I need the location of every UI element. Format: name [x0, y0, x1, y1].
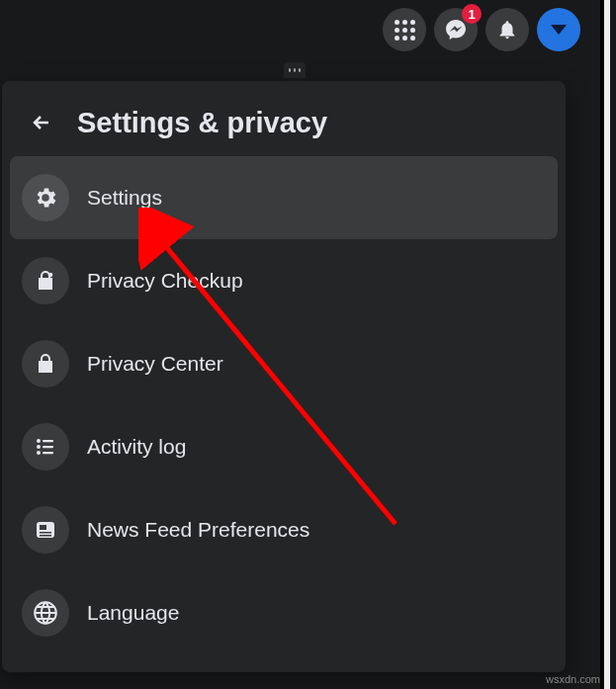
gear-icon — [22, 174, 69, 221]
panel-header: Settings & privacy — [10, 89, 558, 156]
menu-item-privacy-center[interactable]: Privacy Center — [10, 322, 558, 405]
settings-privacy-panel: Settings & privacy Settings Privacy Chec… — [2, 81, 566, 672]
svg-rect-9 — [40, 532, 51, 534]
notifications-button[interactable] — [485, 8, 529, 51]
menu-item-label: Privacy Checkup — [87, 269, 243, 293]
grid-icon — [395, 20, 415, 41]
svg-rect-6 — [43, 452, 53, 454]
svg-point-1 — [37, 439, 41, 443]
caret-down-icon — [551, 25, 567, 35]
news-icon — [22, 506, 69, 554]
menu-button[interactable] — [383, 8, 426, 51]
bell-icon — [496, 19, 518, 41]
svg-point-3 — [37, 445, 41, 449]
menu-item-label: Privacy Center — [87, 352, 223, 376]
svg-rect-2 — [43, 440, 53, 442]
panel-title: Settings & privacy — [77, 107, 327, 139]
menu-item-activity-log[interactable]: Activity log — [10, 405, 558, 488]
messenger-button[interactable]: 1 — [434, 8, 478, 51]
menu-item-news-feed-preferences[interactable]: News Feed Preferences — [10, 488, 558, 571]
back-button[interactable] — [24, 105, 59, 140]
svg-rect-10 — [40, 535, 51, 537]
svg-point-5 — [37, 451, 41, 455]
menu-item-privacy-checkup[interactable]: Privacy Checkup — [10, 239, 558, 322]
svg-rect-4 — [43, 446, 53, 448]
scrollbar[interactable] — [600, 0, 610, 689]
globe-icon — [22, 589, 69, 637]
menu-item-settings[interactable]: Settings — [10, 156, 558, 239]
lock-icon — [22, 340, 69, 388]
arrow-left-icon — [30, 111, 53, 134]
messenger-icon — [444, 18, 468, 42]
watermark-text: wsxdn.com — [546, 673, 600, 685]
top-navbar: 1 — [0, 0, 616, 59]
list-icon — [22, 423, 69, 471]
menu-item-label: Activity log — [87, 435, 186, 459]
lock-heart-icon — [22, 257, 69, 304]
overflow-dots-icon — [284, 62, 306, 78]
svg-rect-8 — [40, 525, 46, 530]
menu-item-label: News Feed Preferences — [87, 518, 309, 542]
svg-point-0 — [48, 273, 53, 278]
account-button[interactable] — [537, 8, 580, 51]
menu-item-label: Settings — [87, 186, 162, 210]
messenger-badge: 1 — [462, 4, 482, 24]
menu-item-language[interactable]: Language — [10, 571, 558, 654]
menu-item-label: Language — [87, 601, 179, 625]
